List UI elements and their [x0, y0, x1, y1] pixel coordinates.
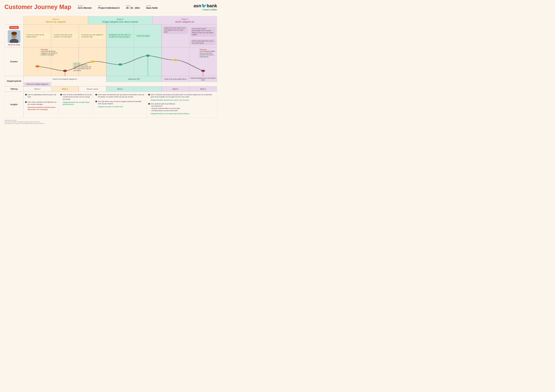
pain-text-1: Kevin heeft niet genoeg zakgeld om zijn …: [41, 50, 58, 56]
zakgeld-p3b: Geeft de laatste €5 uit in de tweede wee…: [189, 76, 217, 82]
gedachte-3: Ik verheug me op mijn zakgeld dat ik bin…: [79, 24, 106, 47]
asn-brand-text: asn🐦bank: [193, 3, 217, 8]
asn-tagline: I need a dollar: [193, 8, 217, 11]
insight-text-1-2: Kevin vindt competitie en het bijhouden …: [28, 101, 57, 106]
insight-text-2-1: Kevin vindt het verschrikkelijk als hij …: [63, 93, 92, 100]
high-text: Kevin heeft weer nieuw zakgeld, nu staat…: [73, 64, 92, 71]
insights-row: Insights Kevin is ongeduldig en heeft ee…: [5, 92, 217, 117]
tijdloop-7: Week 3: [189, 86, 217, 92]
phase2-label: Fase 2: [89, 18, 151, 20]
pain-label-2: Pain point:: [200, 49, 216, 50]
gedachte-2: Ik verlies de hele tijd van mijn vriende…: [51, 24, 79, 47]
insight-dot-1: [25, 94, 27, 95]
insight-explain-4a: Uitleggen/bewijzen dat geld meer waard i…: [151, 99, 215, 101]
persona-avatar: [8, 30, 20, 43]
phases-strip: Fase 1 Wacht op zakgeld Fase 2 Krijgt za…: [5, 16, 217, 24]
thought-bubble-2: Ik verlies de hele tijd van mijn vriende…: [52, 33, 78, 39]
tijdloop-4: Week 1: [106, 86, 134, 92]
datum-value: 28 - 02 - 2021: [126, 7, 140, 9]
zakgeld-row: Zakgeld gebruik Heeft al het zakgeld uit…: [5, 76, 217, 86]
sources-label: Gebruikte bronnen:: [4, 120, 217, 121]
insight-explain-3: Uitleggen dat sparen voordelen heeft: [98, 106, 145, 108]
svg-point-3: [11, 32, 17, 35]
insight-2-1: Kevin vindt het verschrikkelijk als hij …: [60, 93, 92, 100]
tijdloop-grid: Week 3 Week 4 Nieuwe maand Week 1 Week 2…: [24, 86, 217, 92]
emotion-dot-6: [174, 59, 177, 61]
gedachte-6: Ik geef in de eerste week 2/3 van zijn z…: [162, 24, 189, 47]
phase3-label: Fase 3: [154, 18, 216, 20]
phase1-title: Wacht op zakgeld: [25, 20, 87, 23]
zakgeld-p2: Heeft weer €15: [106, 76, 162, 82]
zakgeld-label: Zakgeld gebruik: [5, 76, 24, 86]
docent-label: Docent: [146, 5, 158, 7]
thought-bubble-3: Ik verheug me op mijn zakgeld dat ik bin…: [80, 33, 105, 39]
insights-col-4: Kevin is onbewust dat hij bijna al zijn …: [147, 92, 217, 117]
phase3-title: Geeft zakgeld uit: [154, 20, 216, 23]
phase3-header: Fase 3 Geeft zakgeld uit: [153, 16, 217, 24]
pain-label-1: Pain point:: [41, 49, 58, 50]
vak-value: Project Individueel 2: [98, 7, 120, 9]
pain-text-2: Kevin heeft geen zakgeld meer en weet da…: [200, 50, 216, 58]
svg-point-5: [15, 35, 15, 36]
emotion-dot-1: [36, 65, 39, 67]
spacer2: [95, 99, 145, 100]
thought-bubble-1: Ik moet nog 2 weken op mijn zakgeld wach…: [25, 33, 50, 39]
student-meta: Student Joris Meester: [78, 5, 92, 9]
zakgeld-grid: Heeft al het zakgeld uitgegeven Heeft we…: [24, 76, 217, 86]
vak-meta: Vak Project Individueel 2: [98, 5, 120, 9]
student-label: Student: [78, 5, 92, 7]
docent-value: Daan Nolte: [146, 7, 158, 9]
tijdloop-6: Week 2: [162, 86, 189, 92]
asn-bird-icon: 🐦: [201, 3, 207, 8]
insight-dot-6: [148, 94, 150, 95]
persona-name: Kevin de Jong: [8, 44, 20, 46]
insight-dot-5: [95, 101, 97, 102]
source-2: ASN logo, fonts, kleuren en illustraties…: [4, 123, 217, 124]
insights-col-1: Kevin is ongeduldig en heeft een gat in …: [24, 92, 59, 117]
journey-map: Fase 1 Wacht op zakgeld Fase 2 Krijgt za…: [4, 16, 217, 118]
pain-point-2: Pain point: Kevin heeft geen zakgeld mee…: [199, 49, 216, 58]
gedachte-5: Ik heb weer zakgeld!: [134, 24, 162, 47]
insight-4-1: Kevin is onbewust dat hij bijna al zijn …: [148, 93, 215, 98]
zakgeld-p3a: Geeft in de eerste week €10 uit: [162, 76, 189, 82]
insight-dot-2: [25, 101, 27, 103]
emoties-content: Pain point: Kevin heeft niet genoeg zakg…: [24, 47, 217, 76]
gedachte-7: Ik ga met mijn moeder boodschappen doen …: [189, 24, 217, 47]
student-value: Joris Meester: [78, 7, 92, 9]
insight-dot-3: [60, 94, 62, 95]
insight-1-1: Kevin is ongeduldig en heeft een gat in …: [25, 93, 57, 98]
corner-cell: [5, 16, 24, 24]
insights-col-2: Kevin vindt het verschrikkelijk als hij …: [59, 92, 94, 117]
insight-3-1: Kevin luistert niet helemaal naar zijn o…: [95, 93, 145, 98]
high-label: High point:: [73, 63, 92, 64]
tijdloop-label: Tijdloop: [5, 86, 24, 92]
tijdloop-2: Week 4: [51, 86, 79, 92]
insight-4-2: Kevin geeft zijn geld uit aan lekkernij:…: [148, 103, 215, 112]
emotion-dot-4: [118, 63, 122, 66]
thought-bubble-7a: Ik ga met mijn moeder boodschappen doen …: [190, 27, 216, 37]
phase1-header: Fase 1 Wacht op zakgeld: [24, 16, 88, 24]
insight-1-2: Kevin vindt competitie en het bijhouden …: [25, 101, 57, 106]
thought-bubble-7b: Ik heb nu geen geld meer voor de rest va…: [190, 39, 216, 45]
high-point: High point: Kevin heeft weer nieuw zakge…: [73, 63, 92, 71]
tijdloop-row: Tijdloop Week 3 Week 4 Nieuwe maand Week…: [5, 86, 217, 92]
insight-dot-7: [148, 103, 150, 105]
insights-col-3: Kevin luistert niet helemaal naar zijn o…: [94, 92, 146, 117]
source-1: Persona foto: https://unsplash.com/photo…: [4, 121, 217, 123]
thought-bubble-6: Ik geef in de eerste week 2/3 van zijn z…: [163, 26, 188, 34]
insight-solution-1: Oplossing competitieve elementen geven (…: [28, 106, 57, 111]
vak-label: Vak: [98, 5, 120, 7]
phase2-header: Fase 2 Krijgt zakgeld voor deze maand: [88, 16, 153, 24]
tijdloop-5: [134, 86, 162, 92]
gedachtes-grid: Ik moet nog 2 weken op mijn zakgeld wach…: [24, 24, 217, 47]
insight-text-1-1: Kevin is ongeduldig en heeft een gat in …: [28, 93, 57, 98]
insight-explain-4b: Uitleggen/bewijzen dat sommige dingen ge…: [151, 113, 215, 115]
tijdloop-1: Week 3: [24, 86, 51, 92]
footer: Gebruikte bronnen: Persona foto: https:/…: [4, 120, 217, 124]
insight-3-2: Kevin kijkt alleen maar uit naar het zak…: [95, 100, 145, 105]
header-meta: Student Joris Meester Vak Project Indivi…: [78, 5, 193, 9]
insight-dot-4: [95, 94, 97, 95]
phase2-title: Krijgt zakgeld voor deze maand: [89, 20, 151, 23]
pain-point-1: Pain point: Kevin heeft niet genoeg zakg…: [40, 49, 58, 56]
zakgeld-p1: Heeft al het zakgeld uitgegeven: [24, 76, 106, 82]
